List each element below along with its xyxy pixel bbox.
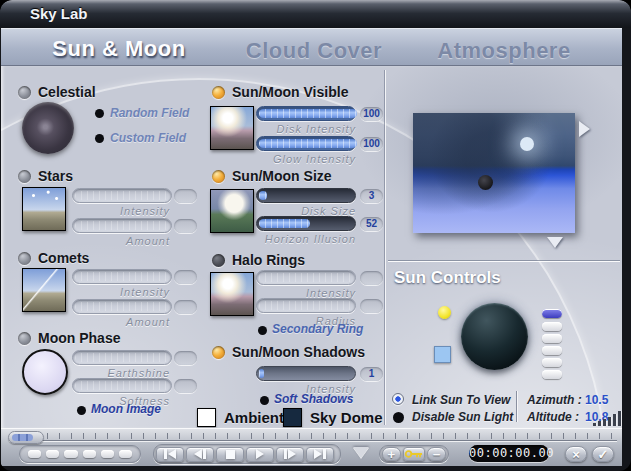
custom-field-bullet[interactable] bbox=[95, 134, 104, 143]
sun-moon-visible-led[interactable] bbox=[212, 86, 225, 99]
glow-intensity-slider[interactable] bbox=[256, 136, 356, 151]
glow-intensity-value[interactable]: 100 bbox=[360, 137, 383, 151]
step-forward-button[interactable] bbox=[276, 447, 304, 462]
random-field-option[interactable]: Random Field bbox=[110, 106, 189, 120]
azimuth-value[interactable]: 10.5 bbox=[585, 393, 608, 407]
moon-image-bullet[interactable] bbox=[77, 406, 86, 415]
timeline-scrubber-thumb[interactable] bbox=[8, 431, 44, 444]
window-title: Sky Lab bbox=[30, 5, 88, 22]
title-bar[interactable]: Sky Lab bbox=[0, 0, 631, 28]
comets-amount-slider[interactable] bbox=[72, 299, 172, 314]
soft-shadows-bullet[interactable] bbox=[260, 396, 269, 405]
moon-phase-toggle-led[interactable] bbox=[18, 332, 31, 345]
comets-intensity-slider[interactable] bbox=[72, 269, 172, 284]
shadows-intensity-value[interactable]: 1 bbox=[360, 367, 383, 381]
stars-amount-label: Amount bbox=[62, 235, 170, 247]
preview-sun bbox=[520, 137, 534, 151]
timeline-memory-dot[interactable] bbox=[64, 450, 77, 458]
celestial-trackball[interactable] bbox=[22, 102, 74, 154]
memory-dot-3[interactable] bbox=[542, 346, 562, 355]
timeline-memory-dot[interactable] bbox=[119, 450, 132, 458]
sky-dome-label: Sky Dome bbox=[310, 409, 383, 426]
timeline-memory-dot[interactable] bbox=[83, 450, 96, 458]
disk-size-slider[interactable] bbox=[256, 188, 356, 203]
tab-cloud-cover[interactable]: Cloud Cover bbox=[229, 38, 399, 64]
resize-grip-icon[interactable] bbox=[593, 411, 622, 426]
skip-to-end-button[interactable] bbox=[306, 447, 334, 462]
random-field-bullet[interactable] bbox=[95, 109, 104, 118]
halo-radius-slider[interactable] bbox=[256, 298, 356, 313]
link-sun-to-view-label[interactable]: Link Sun To View bbox=[412, 393, 510, 407]
skip-to-start-button[interactable] bbox=[156, 447, 184, 462]
disk-intensity-value[interactable]: 100 bbox=[360, 107, 383, 121]
timeline-memory-dot[interactable] bbox=[28, 450, 41, 458]
softness-slider[interactable] bbox=[72, 378, 172, 393]
halo-intensity-value bbox=[360, 271, 383, 285]
timeline-ticks[interactable] bbox=[47, 433, 615, 439]
add-keyframe-button[interactable]: + bbox=[382, 447, 401, 461]
cancel-button[interactable]: × bbox=[565, 446, 587, 462]
soft-shadows-option[interactable]: Soft Shadows bbox=[274, 392, 353, 406]
secondary-ring-bullet[interactable] bbox=[258, 326, 267, 335]
tab-atmosphere[interactable]: Atmosphere bbox=[419, 38, 589, 64]
memory-dot-5[interactable] bbox=[542, 370, 562, 379]
sun-position-trackball[interactable] bbox=[461, 303, 528, 370]
timeline-options-dropdown-icon[interactable] bbox=[353, 447, 369, 458]
keyframe-key-button[interactable] bbox=[403, 447, 425, 461]
play-button[interactable] bbox=[246, 447, 274, 462]
disk-intensity-slider[interactable] bbox=[256, 106, 356, 121]
earthshine-slider[interactable] bbox=[72, 350, 172, 365]
halo-intensity-slider[interactable] bbox=[256, 270, 356, 285]
secondary-ring-option[interactable]: Secondary Ring bbox=[272, 322, 363, 336]
disk-size-value[interactable]: 3 bbox=[360, 189, 383, 203]
sky-color-swatch[interactable] bbox=[434, 346, 451, 363]
disable-sun-light-label[interactable]: Disable Sun Light bbox=[412, 410, 513, 424]
stars-toggle-led[interactable] bbox=[18, 170, 31, 183]
sun-color-dot[interactable] bbox=[438, 306, 451, 319]
stars-preview-thumbnail[interactable] bbox=[22, 187, 66, 231]
comets-toggle-led[interactable] bbox=[18, 252, 31, 265]
preview-expand-arrow-icon[interactable] bbox=[547, 237, 563, 248]
memory-dot-2[interactable] bbox=[542, 334, 562, 343]
disable-sun-light-radio[interactable] bbox=[393, 412, 404, 423]
link-sun-to-view-radio[interactable] bbox=[392, 393, 404, 405]
timeline-memory-dot[interactable] bbox=[101, 450, 114, 458]
comets-preview-thumbnail[interactable] bbox=[22, 268, 66, 312]
memory-dot-add[interactable] bbox=[542, 309, 562, 318]
horizon-illusion-slider[interactable] bbox=[256, 216, 356, 231]
glow-intensity-fill bbox=[259, 139, 357, 148]
sun-moon-size-led[interactable] bbox=[212, 170, 225, 183]
sky-dome-color-swatch[interactable] bbox=[283, 408, 302, 427]
ambient-color-swatch[interactable] bbox=[197, 408, 216, 427]
tab-bar: Sun & Moon Cloud Cover Atmosphere bbox=[1, 28, 622, 66]
custom-field-option[interactable]: Custom Field bbox=[110, 131, 186, 145]
comets-intensity-value bbox=[174, 270, 197, 284]
shadows-intensity-slider[interactable] bbox=[256, 366, 356, 381]
celestial-toggle-led[interactable] bbox=[18, 86, 31, 99]
moon-image-option[interactable]: Moon Image bbox=[91, 402, 161, 416]
sun-moon-shadows-label: Sun/Moon Shadows bbox=[232, 344, 365, 360]
sun-moon-shadows-led[interactable] bbox=[212, 346, 225, 359]
memory-dot-1[interactable] bbox=[542, 322, 562, 331]
ambient-label: Ambient bbox=[224, 409, 284, 426]
keyframe-controls: + − bbox=[379, 445, 449, 463]
confirm-button[interactable]: ✓ bbox=[592, 446, 614, 462]
stars-intensity-label: Intensity bbox=[62, 205, 170, 217]
preview-next-arrow-icon[interactable] bbox=[579, 121, 590, 137]
glow-intensity-label: Glow Intensity bbox=[246, 153, 356, 165]
stars-amount-slider[interactable] bbox=[72, 218, 172, 233]
timeline-ruler[interactable] bbox=[9, 440, 617, 441]
remove-keyframe-button[interactable]: − bbox=[427, 447, 446, 461]
horizon-illusion-value[interactable]: 52 bbox=[360, 217, 383, 231]
step-back-button[interactable] bbox=[186, 447, 214, 462]
halo-rings-led[interactable] bbox=[212, 254, 225, 267]
time-display[interactable]: 00:00:00.00 bbox=[469, 445, 549, 462]
stars-intensity-slider[interactable] bbox=[72, 188, 172, 203]
timeline-memory-dot[interactable] bbox=[46, 450, 59, 458]
earthshine-value bbox=[174, 351, 197, 365]
sky-preview[interactable] bbox=[413, 113, 575, 233]
memory-dot-4[interactable] bbox=[542, 358, 562, 367]
timeline-bar: + − 00:00:00.00 × ✓ bbox=[1, 428, 622, 466]
tab-sun-moon[interactable]: Sun & Moon bbox=[29, 36, 209, 62]
stop-button[interactable] bbox=[216, 447, 244, 462]
